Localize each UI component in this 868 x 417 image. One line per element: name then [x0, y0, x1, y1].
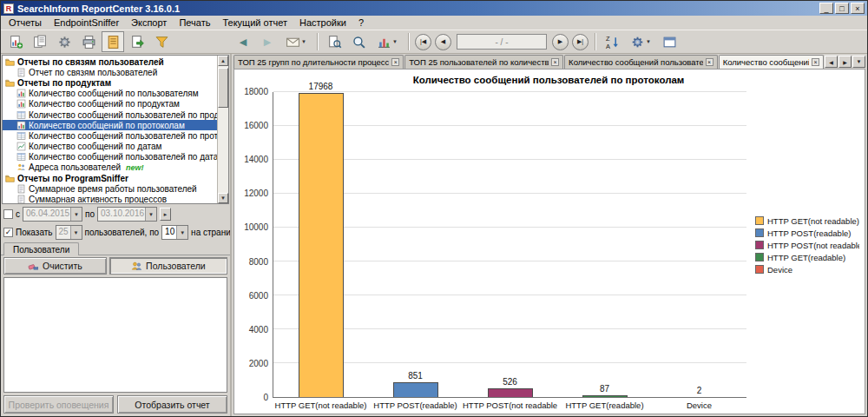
- tab-scroll-right-button[interactable]: ▶: [838, 56, 852, 68]
- tree-item-отчет-по-связям-пользователей[interactable]: Отчет по связям пользователей: [3, 67, 217, 77]
- menu-отчеты[interactable]: Отчеты: [3, 17, 48, 29]
- report-wizard-button[interactable]: [102, 31, 124, 52]
- minimize-button[interactable]: _: [819, 3, 833, 14]
- tab-close-icon[interactable]: ×: [812, 58, 819, 66]
- bar-slot-http-post-readable: 851: [368, 92, 463, 397]
- tree-item-количество-сообщений-по-протоколам[interactable]: Количество сообщений по протоколам: [3, 120, 217, 130]
- check-alerts-button[interactable]: Проверить оповещения: [3, 395, 114, 414]
- show-users-checkbox[interactable]: ✓: [3, 228, 13, 237]
- bar-value-http-get-readable: 87: [557, 385, 652, 394]
- date-options-button[interactable]: ►: [160, 208, 171, 221]
- toolbar-separator: [595, 33, 595, 50]
- tree-scrollbar[interactable]: ▲ ▼: [217, 56, 228, 203]
- menu-экспорт[interactable]: Экспорт: [125, 17, 173, 29]
- tree-item-отчеты-по-продуктам[interactable]: Отчеты по продуктам: [3, 77, 217, 88]
- bar-http-get-readable[interactable]: [582, 395, 628, 397]
- dropdown-caret-icon: ▼: [392, 39, 398, 44]
- scroll-down-button[interactable]: ▼: [218, 193, 228, 203]
- print-button[interactable]: [77, 31, 100, 52]
- check-icon: ✓: [5, 228, 12, 236]
- y-tick-14000: 14000: [244, 156, 268, 164]
- menu-endpointsniffer[interactable]: EndpointSniffer: [48, 17, 125, 29]
- menu-настройки[interactable]: Настройки: [293, 17, 352, 29]
- filter-buttons-row: Очистить Пользователи: [1, 255, 230, 276]
- date-from-combo[interactable]: 06.04.2015 ▼: [23, 207, 82, 222]
- show-report-label: Отобразить отчет: [135, 400, 209, 410]
- filter-button[interactable]: [150, 31, 173, 52]
- per-page-combo[interactable]: 10 ▼: [161, 225, 188, 240]
- last-page-button[interactable]: ▶|: [572, 34, 589, 50]
- tree-item-количество-сообщений-пользователей-по-дата[interactable]: Количество сообщений пользователей по да…: [3, 152, 217, 162]
- back-button[interactable]: ◀: [232, 31, 254, 52]
- check-alerts-label: Проверить оповещения: [9, 400, 109, 410]
- tree-item-количество-сообщений-пользователей-по-прод[interactable]: Количество сообщений пользователей по пр…: [3, 109, 217, 120]
- users-count-combo[interactable]: 25 ▼: [56, 225, 82, 240]
- tree-item-суммарное-время-работы-пользователей[interactable]: Суммарное время работы пользователей: [3, 183, 217, 194]
- tab-close-icon[interactable]: ×: [706, 58, 713, 66]
- chart-type-button[interactable]: ▼: [372, 31, 403, 52]
- users-button[interactable]: Пользователи: [109, 257, 227, 275]
- zoom-button[interactable]: [347, 31, 370, 52]
- close-button[interactable]: ×: [851, 3, 865, 14]
- menu-[interactable]: ?: [352, 17, 370, 29]
- maximize-button[interactable]: □: [835, 3, 849, 14]
- line-chart-icon: [16, 142, 26, 151]
- send-report-button[interactable]: ▼: [280, 31, 312, 52]
- combo-arrow-icon[interactable]: ▼: [70, 208, 82, 221]
- y-tick-16000: 16000: [244, 122, 268, 130]
- combo-arrow-icon[interactable]: ▼: [70, 226, 82, 239]
- report-tab-топ-25-групп-по-длительности-про[interactable]: ТОП 25 групп по длительности процессов п…: [233, 55, 404, 69]
- users-list[interactable]: [3, 277, 227, 393]
- new-report-button[interactable]: [4, 31, 27, 52]
- print-preview-button[interactable]: [323, 31, 345, 52]
- tree-item-суммарная-активность-процессов[interactable]: Суммарная активность процессов: [3, 194, 217, 203]
- report-settings-button[interactable]: [53, 31, 76, 52]
- bar-http-get-not-readable[interactable]: [299, 93, 344, 397]
- first-page-button[interactable]: |◀: [415, 34, 431, 50]
- bar-http-post-not-readable[interactable]: [488, 388, 533, 397]
- tree-item-количество-сообщений-по-датам[interactable]: Количество сообщений по датам: [3, 142, 217, 152]
- tab-close-icon[interactable]: ×: [551, 58, 559, 66]
- reports-list-button[interactable]: [29, 31, 51, 52]
- scroll-track[interactable]: [218, 66, 228, 193]
- combo-arrow-icon[interactable]: ▼: [145, 208, 156, 221]
- sort-button[interactable]: ZA: [601, 31, 623, 52]
- date-to-combo[interactable]: 03.10.2016 ▼: [97, 207, 157, 222]
- show-report-button[interactable]: Отобразить отчет: [117, 395, 227, 414]
- menu-текущий-отчет[interactable]: Текущий отчет: [216, 17, 293, 29]
- tree-item-label: Отчеты по ProgramSniffer: [17, 174, 128, 183]
- tree-item-адреса-пользователей[interactable]: Адреса пользователейnew!: [3, 162, 217, 173]
- clear-button[interactable]: Очистить: [3, 257, 107, 275]
- next-page-button[interactable]: ▶: [552, 34, 569, 50]
- tree-item-отчеты-по-programsniffer[interactable]: Отчеты по ProgramSniffer: [3, 173, 217, 183]
- users-icon: [16, 162, 26, 172]
- settings-gear-icon: [630, 35, 645, 50]
- tab-list-button[interactable]: ▼: [852, 56, 865, 68]
- report-tab-количество-сообщений-пользо[interactable]: Количество сообщений пользо×: [719, 55, 824, 69]
- report-tab-топ-25-пользователей-по-количест[interactable]: ТОП 25 пользователей по количеству сообщ…: [404, 55, 563, 69]
- forward-button[interactable]: ▶: [256, 31, 279, 52]
- tree-item-количество-сообщений-по-пользователям[interactable]: Количество сообщений по пользователям: [3, 89, 217, 99]
- x-axis: HTTP GET(not readable)HTTP POST(readable…: [238, 398, 859, 412]
- window-button[interactable]: [658, 31, 681, 52]
- tree-item-количество-сообщений-пользователей-по-прот[interactable]: Количество сообщений пользователей по пр…: [3, 130, 217, 141]
- legend-swatch: [755, 265, 764, 274]
- bar-http-post-readable[interactable]: [393, 382, 438, 397]
- report-tab-количество-сообщений-пользовател[interactable]: Количество сообщений пользователей по дн…: [564, 55, 718, 69]
- tree-item-label: Адреса пользователей: [29, 162, 121, 172]
- plot-area: 17968851526872: [273, 92, 746, 398]
- view-settings-button[interactable]: ▼: [625, 31, 656, 52]
- tab-scroll-left-button[interactable]: ◀: [825, 56, 838, 68]
- menu-печать[interactable]: Печать: [173, 17, 216, 29]
- tab-close-icon[interactable]: ×: [391, 58, 399, 66]
- date-filter-checkbox[interactable]: [3, 209, 13, 219]
- export-report-button[interactable]: [126, 31, 148, 52]
- sort-za-icon: ZA: [605, 35, 620, 50]
- tab-users[interactable]: Пользователи: [3, 242, 79, 255]
- scroll-thumb[interactable]: [218, 68, 228, 108]
- tree-item-отчеты-по-связям-пользователей[interactable]: Отчеты по связям пользователей: [3, 56, 217, 67]
- tree-item-количество-сообщений-по-продуктам[interactable]: Количество сообщений по продуктам: [3, 99, 217, 109]
- prev-page-button[interactable]: ◀: [435, 34, 451, 50]
- scroll-up-button[interactable]: ▲: [218, 56, 228, 66]
- combo-arrow-icon[interactable]: ▼: [176, 226, 187, 239]
